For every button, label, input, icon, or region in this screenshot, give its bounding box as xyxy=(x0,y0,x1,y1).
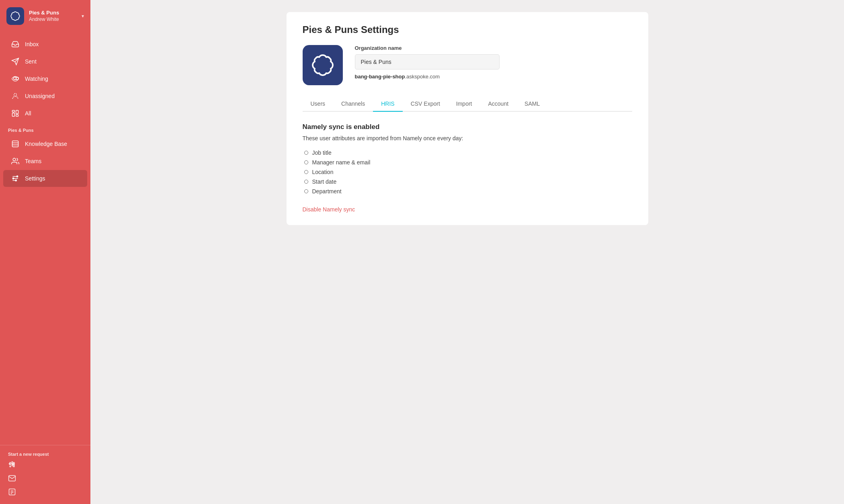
svg-rect-9 xyxy=(12,141,18,147)
svg-rect-6 xyxy=(12,113,15,116)
sidebar-item-watching[interactable]: Watching xyxy=(3,70,87,87)
org-logo-icon xyxy=(6,7,24,25)
sidebar-item-inbox-label: Inbox xyxy=(25,41,39,47)
svg-rect-26 xyxy=(12,462,13,465)
sidebar-item-settings-label: Settings xyxy=(25,175,45,182)
org-section: Organization name bang-bang-pie-shop.ask… xyxy=(303,45,632,85)
tab-csv-export[interactable]: CSV Export xyxy=(403,96,448,112)
sidebar: Pies & Puns Andrew White ▾ Inbox Sent Wa… xyxy=(0,0,90,504)
page-title-brand: Pies & Puns xyxy=(303,24,358,35)
sidebar-nav: Inbox Sent Watching Unassigned All Pies … xyxy=(0,32,90,191)
sidebar-item-sent-label: Sent xyxy=(25,58,37,65)
sidebar-item-watching-label: Watching xyxy=(25,76,48,82)
sidebar-bottom-icons xyxy=(8,461,82,498)
tab-hris[interactable]: HRIS xyxy=(373,96,402,112)
tab-account[interactable]: Account xyxy=(480,96,517,112)
tab-saml[interactable]: SAML xyxy=(516,96,548,112)
sidebar-section-label: Pies & Puns xyxy=(0,122,90,135)
sidebar-item-teams-label: Teams xyxy=(25,158,41,164)
svg-point-16 xyxy=(12,178,14,179)
page-title: Pies & Puns Settings xyxy=(303,24,632,35)
sidebar-user-name: Andrew White xyxy=(29,16,77,23)
hris-content: Namely sync is enabled These user attrib… xyxy=(303,123,632,213)
slack-icon[interactable] xyxy=(8,461,82,470)
hris-description: These user attributes are imported from … xyxy=(303,135,632,141)
org-details: Organization name bang-bang-pie-shop.ask… xyxy=(355,45,632,80)
sidebar-bottom: Start a new request xyxy=(0,445,90,504)
main-content: Pies & Puns Settings Organization name b… xyxy=(90,0,844,504)
hris-attribute-department: Department xyxy=(304,186,632,196)
svg-point-12 xyxy=(13,158,16,161)
svg-point-4 xyxy=(14,93,17,96)
sidebar-bottom-label: Start a new request xyxy=(8,452,82,457)
tab-import[interactable]: Import xyxy=(448,96,480,112)
hris-attribute-location: Location xyxy=(304,167,632,177)
svg-rect-27 xyxy=(9,489,15,495)
sidebar-org-info: Pies & Puns Andrew White xyxy=(29,10,77,23)
sidebar-org-name: Pies & Puns xyxy=(29,10,77,16)
sidebar-item-all[interactable]: All xyxy=(3,105,87,122)
tab-users[interactable]: Users xyxy=(303,96,334,112)
svg-point-17 xyxy=(16,176,18,177)
svg-rect-8 xyxy=(16,115,18,116)
org-url-bold: bang-bang-pie-shop xyxy=(355,74,405,80)
sidebar-header[interactable]: Pies & Puns Andrew White ▾ xyxy=(0,0,90,32)
sidebar-item-unassigned-label: Unassigned xyxy=(25,93,55,99)
sidebar-item-teams[interactable]: Teams xyxy=(3,153,87,170)
sidebar-item-knowledge-base-label: Knowledge Base xyxy=(25,141,67,147)
sidebar-item-knowledge-base[interactable]: Knowledge Base xyxy=(3,135,87,152)
hris-section-title: Namely sync is enabled xyxy=(303,123,632,131)
org-logo-large xyxy=(303,45,343,85)
org-name-input[interactable] xyxy=(355,54,500,70)
hris-attributes-list: Job title Manager name & email Location … xyxy=(303,148,632,196)
svg-rect-20 xyxy=(10,466,11,467)
svg-rect-5 xyxy=(12,111,15,112)
sidebar-item-unassigned[interactable]: Unassigned xyxy=(3,88,87,104)
disable-namely-sync-button[interactable]: Disable Namely sync xyxy=(303,206,355,213)
document-icon[interactable] xyxy=(8,488,82,498)
sidebar-item-settings[interactable]: Settings xyxy=(3,170,87,187)
svg-rect-25 xyxy=(12,465,14,466)
page-title-suffix: Settings xyxy=(358,24,399,35)
chevron-down-icon: ▾ xyxy=(82,13,84,19)
org-field-label: Organization name xyxy=(355,45,632,51)
tab-channels[interactable]: Channels xyxy=(333,96,373,112)
hris-attribute-job-title: Job title xyxy=(304,148,632,158)
svg-rect-7 xyxy=(16,111,18,114)
svg-point-18 xyxy=(15,180,16,181)
sidebar-item-sent[interactable]: Sent xyxy=(3,53,87,70)
sidebar-item-all-label: All xyxy=(25,110,31,117)
settings-card: Pies & Puns Settings Organization name b… xyxy=(287,12,648,225)
org-url-suffix: .askspoke.com xyxy=(405,74,440,80)
hris-attribute-manager: Manager name & email xyxy=(304,158,632,167)
mail-icon[interactable] xyxy=(8,474,82,484)
hris-attribute-start-date: Start date xyxy=(304,177,632,186)
tabs-bar: Users Channels HRIS CSV Export Import Ac… xyxy=(303,96,632,112)
sidebar-item-inbox[interactable]: Inbox xyxy=(3,36,87,53)
org-url: bang-bang-pie-shop.askspoke.com xyxy=(355,74,632,80)
